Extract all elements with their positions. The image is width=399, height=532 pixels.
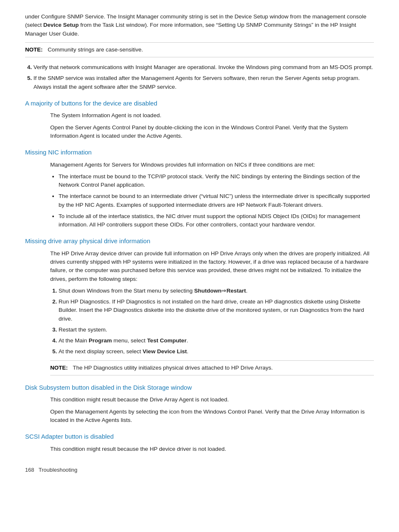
section-body-missing-nic: Management Agents for Servers for Window…	[50, 161, 374, 229]
section-body-missing-drive-array: The HP Drive Array device driver can pro…	[50, 249, 374, 375]
step4-bold-test-computer: Test Computer	[147, 337, 187, 344]
intro-bold-device-setup: Device Setup	[43, 22, 79, 28]
footer: 168 Troubleshooting	[25, 466, 374, 474]
list-item: Run HP Diagnostics. If HP Diagnostics is…	[59, 298, 374, 323]
step1-bold-shutdown: Shutdown	[194, 288, 221, 294]
disk-subsystem-para-1: This condition might result because the …	[50, 396, 374, 404]
step4-text-after: .	[187, 337, 188, 344]
section-heading-missing-drive-array: Missing drive array physical drive infor…	[25, 236, 374, 246]
step1-bold-restart: Restart	[226, 288, 246, 294]
footer-section: Troubleshooting	[38, 467, 77, 473]
scsi-adapter-para-1: This condition might result because the …	[50, 445, 374, 453]
step1-text-before: Shut down Windows from the Start menu by…	[59, 288, 194, 294]
note-label-hp-diag: NOTE:	[50, 364, 68, 372]
list-item: The interface cannot be bound to an inte…	[59, 192, 374, 209]
step1-arrow: ⇒	[221, 288, 226, 294]
note-text-hp-diag: The HP Diagnostics utility initializes p…	[73, 364, 273, 372]
drive-array-ordered-list: Shut down Windows from the Start menu by…	[59, 287, 374, 356]
page-content: under Configure SNMP Service. The Insigh…	[25, 13, 374, 474]
list-item: At the next display screen, select View …	[59, 347, 374, 356]
section-heading-disk-subsystem: Disk Subsystem button disabled in the Di…	[25, 383, 374, 393]
step1-text-after: .	[246, 288, 248, 294]
list-item-5: If the SNMP service was installed after …	[33, 74, 374, 91]
disk-subsystem-para-2: Open the Management Agents by selecting …	[50, 408, 374, 425]
section-body-majority-buttons: The System Information Agent is not load…	[50, 111, 374, 140]
list-item: To include all of the interface statisti…	[59, 212, 374, 229]
section-body-scsi-adapter: This condition might result because the …	[50, 445, 374, 453]
majority-buttons-para-2: Open the Server Agents Control Panel by …	[50, 123, 374, 141]
list-item: Shut down Windows from the Start menu by…	[59, 287, 374, 295]
list-item-4: Verify that network communications with …	[33, 63, 374, 72]
missing-nic-para-1: Management Agents for Servers for Window…	[50, 161, 374, 169]
list-item: At the Main Program menu, select Test Co…	[59, 337, 374, 345]
section-heading-scsi-adapter: SCSI Adapter button is disabled	[25, 432, 374, 442]
section-heading-missing-nic: Missing NIC information	[25, 148, 374, 157]
step4-bold-program: Program	[89, 337, 112, 344]
note-box-community-strings: NOTE: Community strings are case-sensiti…	[25, 42, 374, 57]
section-heading-majority-buttons: A majority of buttons for the device are…	[25, 99, 374, 108]
section-body-disk-subsystem: This condition might result because the …	[50, 396, 374, 424]
missing-nic-bullet-list: The interface must be bound to the TCP/I…	[59, 172, 374, 229]
step5-bold-view-device-list: View Device List	[143, 348, 187, 355]
step4-text-before: At the Main	[59, 337, 89, 344]
note-label: NOTE:	[25, 46, 43, 54]
list-item: The interface must be bound to the TCP/I…	[59, 172, 374, 190]
step4-text-middle: menu, select	[112, 337, 147, 344]
majority-buttons-para-1: The System Information Agent is not load…	[50, 111, 374, 120]
step5-text-after: .	[187, 348, 189, 355]
missing-drive-para-1: The HP Drive Array device driver can pro…	[50, 249, 374, 283]
list-item: Restart the system.	[59, 326, 374, 334]
intro-ordered-list: Verify that network communications with …	[33, 63, 374, 91]
footer-page-number: 168	[25, 467, 34, 473]
step5-text-before: At the next display screen, select	[59, 348, 143, 355]
note-box-hp-diagnostics: NOTE: The HP Diagnostics utility initial…	[50, 360, 374, 375]
note-text: Community strings are case-sensitive.	[48, 46, 143, 54]
intro-paragraph: under Configure SNMP Service. The Insigh…	[25, 13, 374, 38]
